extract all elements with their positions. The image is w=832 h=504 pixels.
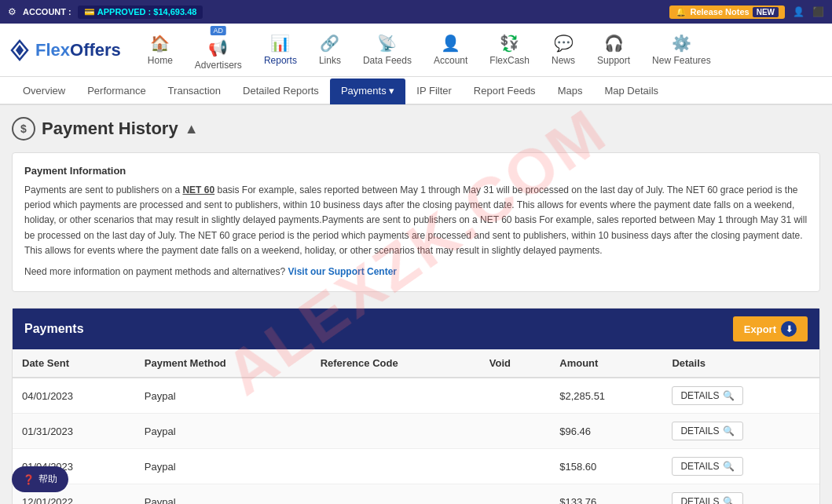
cell-date-0: 04/01/2023	[13, 378, 135, 414]
col-void: Void	[480, 349, 551, 378]
nav-home[interactable]: 🏠 Home	[137, 27, 184, 72]
settings-icon[interactable]: ⬛	[812, 6, 824, 17]
reports-icon: 📊	[270, 34, 290, 53]
logo-text: FlexOffers	[35, 40, 121, 60]
cell-method-1: Paypal	[135, 414, 311, 449]
datafeeds-icon: 📡	[377, 34, 397, 53]
advertisers-icon: 📢	[208, 38, 228, 57]
table-row: 04/01/2023 Paypal $2,285.51 DETAILS 🔍	[13, 378, 819, 414]
cell-details-3: DETAILS 🔍	[662, 484, 819, 504]
approved-badge: 💳 APPROVED : $14,693.48	[78, 5, 203, 19]
cell-date-1: 01/31/2023	[13, 414, 135, 449]
nav-account[interactable]: 👤 Account	[423, 27, 478, 72]
payment-info-box: Payment Information Payments are sent to…	[12, 152, 820, 292]
col-amount: Amount	[550, 349, 662, 378]
table-header-row: Date Sent Payment Method Reference Code …	[13, 349, 819, 378]
svg-marker-1	[16, 45, 24, 56]
cell-void-3	[480, 484, 551, 504]
payment-history-header: $ Payment History ▲	[12, 117, 820, 141]
chevron-up-icon[interactable]: ▲	[185, 121, 199, 137]
cell-method-2: Paypal	[135, 449, 311, 484]
cell-method-3: Paypal	[135, 484, 311, 504]
search-icon: 🔍	[723, 425, 735, 436]
cell-reference-3	[311, 484, 480, 504]
cell-reference-2	[311, 449, 480, 484]
cell-amount-1: $96.46	[550, 414, 662, 449]
news-icon: 💬	[554, 34, 574, 53]
nav-datafeeds[interactable]: 📡 Data Feeds	[352, 27, 423, 72]
cell-details-2: DETAILS 🔍	[662, 449, 819, 484]
nav-newfeatures[interactable]: ⚙️ New Features	[641, 27, 722, 72]
col-payment-method: Payment Method	[135, 349, 311, 378]
logo: FlexOffers	[8, 38, 121, 62]
payment-info-link-text: Need more information on payment methods…	[24, 265, 808, 279]
main-nav: FlexOffers 🏠 Home AD 📢 Advertisers 📊 Rep…	[0, 24, 832, 77]
support-center-link[interactable]: Visit our Support Center	[288, 266, 397, 277]
logo-icon	[8, 38, 31, 62]
col-date-sent: Date Sent	[13, 349, 135, 378]
search-icon: 🔍	[723, 390, 735, 401]
nav-advertisers[interactable]: AD 📢 Advertisers	[184, 23, 253, 77]
export-button[interactable]: Export ⬇	[733, 316, 808, 341]
search-icon: 🔍	[723, 461, 735, 472]
new-badge: NEW	[753, 7, 779, 17]
cell-void-1	[480, 414, 551, 449]
account-label: ACCOUNT :	[23, 7, 71, 16]
newfeatures-icon: ⚙️	[672, 34, 691, 53]
subnav-overview[interactable]: Overview	[12, 79, 76, 104]
nav-reports[interactable]: 📊 Reports	[253, 27, 308, 72]
nav-flexcash[interactable]: 💱 FlexCash	[478, 27, 541, 72]
col-details: Details	[662, 349, 819, 378]
payments-table: Date Sent Payment Method Reference Code …	[13, 349, 819, 504]
content: $ Payment History ▲ Payment Information …	[0, 105, 832, 504]
details-button-2[interactable]: DETAILS 🔍	[672, 457, 742, 476]
payments-table-header: Payments Export ⬇	[13, 309, 819, 349]
payments-table-title: Payments	[24, 322, 84, 336]
payment-info-title: Payment Information	[24, 165, 808, 177]
cell-void-2	[480, 449, 551, 484]
nav-support[interactable]: 🎧 Support	[586, 27, 641, 72]
subnav-transaction[interactable]: Transaction	[157, 79, 232, 104]
account-icon: 👤	[441, 34, 460, 53]
subnav-map-details[interactable]: Map Details	[593, 79, 669, 104]
help-button[interactable]: ❓ 帮助	[12, 466, 68, 492]
cell-amount-3: $133.76	[550, 484, 662, 504]
nav-links[interactable]: 🔗 Links	[308, 27, 352, 72]
cell-reference-1	[311, 414, 480, 449]
nav-items: 🏠 Home AD 📢 Advertisers 📊 Reports 🔗 Link…	[137, 23, 824, 77]
table-row: 01/31/2023 Paypal $96.46 DETAILS 🔍	[13, 414, 819, 449]
subnav-detailed-reports[interactable]: Detailed Reports	[232, 79, 330, 104]
cell-void-0	[480, 378, 551, 414]
subnav-report-feeds[interactable]: Report Feeds	[463, 79, 547, 104]
subnav-maps[interactable]: Maps	[547, 79, 594, 104]
page-title: Payment History	[42, 119, 178, 139]
dollar-icon: $	[12, 117, 35, 141]
cell-method-0: Paypal	[135, 378, 311, 414]
user-icon[interactable]: 👤	[793, 6, 805, 17]
payments-table-container: Payments Export ⬇ Date Sent Payment Meth…	[12, 308, 820, 504]
cell-amount-0: $2,285.51	[550, 378, 662, 414]
top-bar-left: ⚙ ACCOUNT : 💳 APPROVED : $14,693.48	[8, 5, 203, 19]
home-icon: 🏠	[150, 34, 170, 53]
top-bar-right: 🔔 Release Notes NEW 👤 ⬛	[669, 5, 824, 19]
details-button-1[interactable]: DETAILS 🔍	[672, 422, 742, 440]
payment-info-text: Payments are sent to publishers on a NET…	[24, 183, 808, 258]
top-bar-account-icon: ⚙	[8, 6, 16, 17]
sub-nav: Overview Performance Transaction Detaile…	[0, 77, 832, 105]
subnav-ip-filter[interactable]: IP Filter	[405, 79, 463, 104]
links-icon: 🔗	[320, 34, 339, 53]
subnav-payments[interactable]: Payments ▾	[330, 79, 405, 104]
support-icon: 🎧	[604, 34, 624, 53]
cell-details-1: DETAILS 🔍	[662, 414, 819, 449]
search-icon: 🔍	[723, 496, 735, 504]
flexcash-icon: 💱	[500, 34, 519, 53]
question-icon: ❓	[23, 474, 35, 485]
cell-details-0: DETAILS 🔍	[662, 378, 819, 414]
subnav-performance[interactable]: Performance	[76, 79, 156, 104]
nav-news[interactable]: 💬 News	[541, 27, 586, 72]
export-icon: ⬇	[781, 321, 797, 337]
details-button-0[interactable]: DETAILS 🔍	[672, 386, 742, 405]
cell-reference-0	[311, 378, 480, 414]
details-button-3[interactable]: DETAILS 🔍	[672, 492, 742, 504]
release-notes-button[interactable]: 🔔 Release Notes NEW	[669, 5, 785, 19]
